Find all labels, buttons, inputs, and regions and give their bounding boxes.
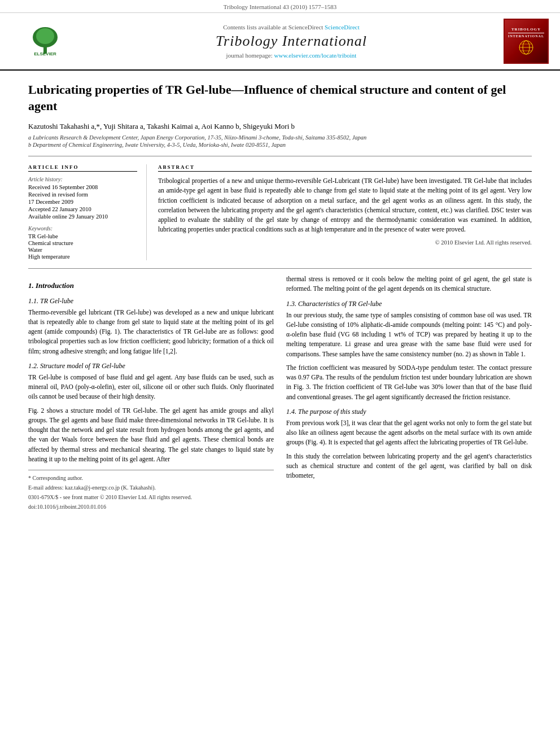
footnote-email: E-mail address: kaz.taka@j-energy.co.jp … (28, 483, 274, 492)
sub1-2-para1: TR Gel-lube is composed of base fluid an… (28, 373, 274, 402)
body-columns: 1. Introduction 1.1. TR Gel-lube Thermo-… (28, 274, 532, 512)
svg-point-3 (36, 28, 54, 44)
affiliation-a: a Lubricants Research & Development Cent… (28, 134, 532, 141)
received-revised-label: Received in revised form (28, 191, 137, 198)
authors-line: Kazutoshi Takahashi a,*, Yuji Shitara a,… (28, 122, 532, 131)
sub1-2-heading: 1.2. Structure model of TR Gel-lube (28, 361, 274, 371)
elsevier-logo-area: ELSEVIER (11, 26, 79, 57)
keyword-2: Chemical structure (28, 240, 137, 246)
abstract-panel: ABSTRACT Tribological properties of a ne… (158, 164, 532, 260)
footer-issn: 0301-679X/$ - see front matter © 2010 El… (28, 493, 274, 501)
received-date: Received 16 September 2008 (28, 184, 137, 190)
footnote-section: * Corresponding author. E-mail address: … (28, 470, 274, 511)
affiliation-b: b Department of Chemical Engineering, Iw… (28, 142, 532, 148)
abstract-label: ABSTRACT (158, 164, 532, 172)
sub1-2-para2: Fig. 2 shows a structure model of TR Gel… (28, 406, 274, 465)
history-label: Article history: (28, 176, 137, 182)
accepted-date: Accepted 22 January 2010 (28, 206, 137, 212)
sub1-4-para2: In this study the correlation between lu… (286, 452, 532, 481)
badge-globe-icon (515, 39, 537, 56)
journal-center: Contents lists available at ScienceDirec… (79, 24, 504, 59)
online-date: Available online 29 January 2010 (28, 213, 137, 220)
article-info-panel: ARTICLE INFO Article history: Received 1… (28, 164, 147, 260)
homepage-line: journal homepage: www.elsevier.com/locat… (79, 52, 504, 59)
sub1-3-heading: 1.3. Characteristics of TR Gel-lube (286, 299, 532, 309)
badge-line2: INTERNATIONAL (508, 33, 544, 38)
badge-line1: TRIBOLOGY (511, 27, 541, 32)
section1-heading: 1. Introduction (28, 280, 274, 291)
sub1-1-heading: 1.1. TR Gel-lube (28, 296, 274, 306)
footer-doi: doi:10.1016/j.triboint.2010.01.016 (28, 503, 274, 511)
tribology-badge: TRIBOLOGY INTERNATIONAL (504, 19, 549, 64)
body-divider (28, 268, 532, 269)
sub1-4-heading: 1.4. The purpose of this study (286, 407, 532, 417)
revised-date: 17 December 2009 (28, 199, 137, 205)
journal-title: Tribology International (79, 33, 504, 50)
svg-text:ELSEVIER: ELSEVIER (34, 51, 56, 56)
sub1-3-para2: The friction coefficient was measured by… (286, 363, 532, 402)
paper-content: Lubricating properties of TR Gel-lube—In… (0, 71, 560, 523)
article-info-label: ARTICLE INFO (28, 164, 137, 172)
sub1-3-para1: In our previous study, the same type of … (286, 311, 532, 359)
abstract-text: Tribological properties of a new and uni… (158, 176, 532, 235)
sciencedirect-link[interactable]: ScienceDirect (325, 24, 360, 30)
body-right-col: thermal stress is removed or it cools be… (286, 274, 532, 512)
elsevier-logo-icon: ELSEVIER (20, 26, 71, 57)
col2-para1: thermal stress is removed or it cools be… (286, 274, 532, 294)
journal-homepage-link[interactable]: www.elsevier.com/locate/triboint (274, 52, 357, 59)
keyword-4: High temperature (28, 254, 137, 260)
keyword-1: TR Gel-lube (28, 233, 137, 239)
copyright-line: © 2010 Elsevier Ltd. All rights reserved… (158, 239, 532, 246)
sub1-1-para: Thermo-reversible gel lubricant (TR Gel-… (28, 308, 274, 356)
journal-header: ELSEVIER Contents lists available at Sci… (0, 13, 560, 71)
paper-title: Lubricating properties of TR Gel-lube—In… (28, 82, 532, 114)
contents-available: Contents lists available at ScienceDirec… (79, 24, 504, 30)
citation-text: Tribology International 43 (2010) 1577–1… (224, 3, 337, 10)
citation-bar: Tribology International 43 (2010) 1577–1… (0, 0, 560, 13)
info-abstract-row: ARTICLE INFO Article history: Received 1… (28, 164, 532, 260)
sub1-4-para1: From previous work [3], it was clear tha… (286, 418, 532, 448)
footnote-star: * Corresponding author. (28, 474, 274, 482)
keywords-label: Keywords: (28, 225, 137, 231)
body-left-col: 1. Introduction 1.1. TR Gel-lube Thermo-… (28, 274, 274, 512)
header-divider (28, 156, 532, 156)
keyword-3: Water (28, 247, 137, 253)
